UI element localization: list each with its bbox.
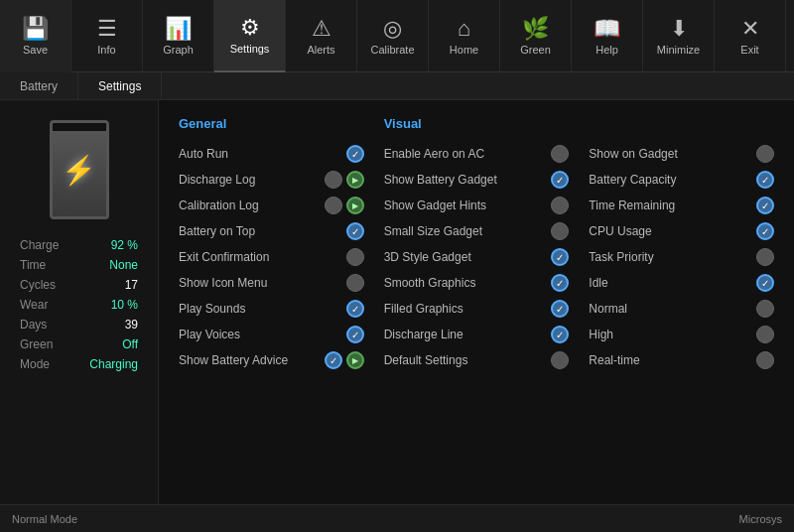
toggle-checked[interactable] [551, 326, 569, 343]
stat-row-days: Days39 [10, 315, 148, 334]
visual-row-smooth-graphics: Smooth Graphics [384, 270, 570, 296]
toolbar-btn-save[interactable]: 💾Save [0, 0, 71, 72]
toolbar-btn-help[interactable]: 📖Help [572, 0, 643, 72]
setting-label: Show Gadget Hints [384, 199, 552, 212]
setting-label: Enable Aero on AC [384, 147, 552, 161]
toolbar-btn-exit[interactable]: ✕Exit [715, 0, 786, 72]
battery-icon: ⚡ [50, 120, 109, 219]
setting-controls [346, 145, 364, 163]
setting-controls [756, 351, 774, 369]
toggle-checked[interactable] [756, 222, 774, 240]
toggle-off[interactable] [551, 351, 569, 369]
setting-controls [346, 300, 364, 318]
setting-controls [756, 274, 774, 292]
play-button[interactable] [346, 351, 364, 369]
setting-label: Auto Run [179, 147, 346, 161]
toggle-off[interactable] [756, 351, 774, 369]
toggle-off[interactable] [325, 197, 342, 214]
general-row-exit-confirmation: Exit Confirmation [179, 244, 364, 270]
setting-label: Calibration Log [179, 199, 325, 212]
setting-controls [551, 351, 569, 369]
toggle-off[interactable] [551, 222, 569, 240]
toggle-off[interactable] [551, 145, 569, 163]
setting-controls [551, 274, 569, 292]
toggle-off[interactable] [756, 326, 774, 343]
toggle-off[interactable] [551, 197, 569, 214]
visual-row-filled-graphics: Filled Graphics [384, 296, 570, 322]
toolbar-label-exit: Exit [740, 44, 758, 56]
setting-label: Time Remaining [589, 199, 756, 212]
visual-title: Visual [384, 116, 570, 131]
toggle-checked[interactable] [346, 300, 364, 318]
setting-label: Play Voices [179, 328, 346, 341]
setting-controls [551, 197, 569, 214]
toggle-checked[interactable] [756, 171, 774, 189]
stat-label-mode: Mode [20, 357, 50, 371]
stat-row-charge: Charge92 % [10, 235, 148, 255]
setting-label: Show Battery Gadget [384, 173, 552, 187]
setting-controls [551, 171, 569, 189]
toggle-checked[interactable] [346, 222, 364, 240]
status-right: Microsys [739, 513, 782, 525]
visual-row-3d-style-gadget: 3D Style Gadget [384, 244, 570, 270]
general-row-discharge-log: Discharge Log [179, 167, 364, 193]
toggle-checked[interactable] [551, 300, 569, 318]
toggle-off[interactable] [756, 248, 774, 266]
toggle-off[interactable] [756, 145, 774, 163]
setting-label: Battery Capacity [589, 173, 756, 187]
home-icon: ⌂ [458, 18, 470, 40]
right-row-cpu-usage: CPU Usage [589, 218, 774, 244]
toolbar-label-calibrate: Calibrate [370, 44, 414, 56]
toolbar-btn-alerts[interactable]: ⚠Alerts [286, 0, 357, 72]
right-row-time-remaining: Time Remaining [589, 193, 774, 218]
play-button[interactable] [346, 171, 364, 189]
setting-controls [756, 248, 774, 266]
setting-label: 3D Style Gadget [384, 250, 552, 264]
setting-controls [551, 248, 569, 266]
toggle-checked[interactable] [756, 274, 774, 292]
setting-controls [756, 171, 774, 189]
info-icon: ☰ [97, 18, 117, 40]
toggle-checked[interactable] [551, 171, 569, 189]
stat-value-green: Off [122, 337, 138, 351]
general-row-show-icon-menu: Show Icon Menu [179, 270, 364, 296]
toolbar-btn-info[interactable]: ☰Info [71, 0, 143, 72]
toolbar-btn-graph[interactable]: 📊Graph [143, 0, 214, 72]
stat-row-green: GreenOff [10, 334, 148, 354]
toggle-checked[interactable] [325, 351, 342, 369]
general-rows: Auto RunDischarge LogCalibration LogBatt… [179, 141, 364, 373]
toolbar-btn-settings[interactable]: ⚙Settings [214, 0, 286, 72]
toggle-checked[interactable] [756, 197, 774, 214]
toggle-off[interactable] [756, 300, 774, 318]
toggle-checked[interactable] [346, 326, 364, 343]
toolbar-btn-calibrate[interactable]: ◎Calibrate [357, 0, 429, 72]
setting-label: Filled Graphics [384, 302, 552, 316]
general-column: General Auto RunDischarge LogCalibration… [179, 116, 364, 373]
statusbar: Normal Mode Microsys [0, 504, 794, 532]
setting-label: CPU Usage [589, 224, 756, 238]
setting-label: Show Icon Menu [179, 276, 346, 290]
setting-label: Default Settings [384, 353, 552, 367]
general-row-calibration-log: Calibration Log [179, 193, 364, 218]
right-row-battery-capacity: Battery Capacity [589, 167, 774, 193]
setting-controls [325, 197, 364, 214]
play-button[interactable] [346, 197, 364, 214]
toolbar-btn-home[interactable]: ⌂Home [429, 0, 500, 72]
setting-label: Smooth Graphics [384, 276, 552, 290]
general-row-battery-on-top: Battery on Top [179, 218, 364, 244]
setting-controls [551, 222, 569, 240]
toggle-checked[interactable] [551, 274, 569, 292]
stat-row-cycles: Cycles17 [10, 275, 148, 295]
toggle-off[interactable] [325, 171, 342, 189]
toolbar-btn-green[interactable]: 🌿Green [500, 0, 572, 72]
setting-controls [346, 326, 364, 343]
toggle-off[interactable] [346, 274, 364, 292]
setting-controls [756, 145, 774, 163]
toggle-off[interactable] [346, 248, 364, 266]
toggle-checked[interactable] [551, 248, 569, 266]
toolbar-btn-minimize[interactable]: ⬇Minimize [643, 0, 715, 72]
toggle-checked[interactable] [346, 145, 364, 163]
toolbar: 💾Save☰Info📊Graph⚙Settings⚠Alerts◎Calibra… [0, 0, 794, 72]
general-row-auto-run: Auto Run [179, 141, 364, 167]
settings-columns: General Auto RunDischarge LogCalibration… [179, 116, 774, 373]
